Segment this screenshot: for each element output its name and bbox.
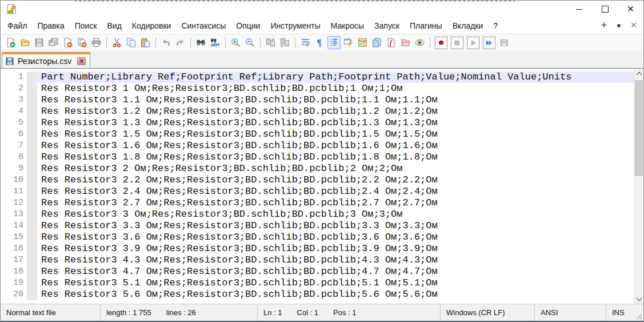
menu-item-view[interactable]: Вид: [102, 19, 127, 33]
macro-run-multiple-icon[interactable]: [483, 37, 495, 49]
bookmark-margin[interactable]: [27, 83, 37, 94]
bookmark-margin[interactable]: [27, 140, 37, 152]
bookmark-margin[interactable]: [27, 243, 37, 255]
bookmark-margin[interactable]: [27, 232, 37, 243]
menu-item-tabs[interactable]: Вкладки: [447, 19, 489, 33]
paste-icon[interactable]: [139, 36, 152, 49]
line-text[interactable]: Res Resistor3 2.4 Ом;Res;Resistor3;BD.sc…: [37, 186, 634, 197]
bookmark-margin[interactable]: [27, 129, 37, 140]
line-text[interactable]: Res Resistor3 1.3 Ом;Res;Resistor3;BD.sc…: [37, 117, 634, 129]
scroll-down-icon[interactable]: [634, 294, 643, 304]
maximize-button[interactable]: [592, 1, 618, 18]
bookmark-margin[interactable]: [27, 277, 37, 289]
document-switcher-icon[interactable]: [370, 36, 383, 49]
word-wrap-icon[interactable]: [299, 36, 312, 49]
folder-as-workspace-icon[interactable]: [399, 36, 412, 49]
bookmark-margin[interactable]: [27, 94, 37, 106]
close-button[interactable]: [618, 1, 643, 18]
redo-icon[interactable]: [174, 36, 187, 49]
bookmark-margin[interactable]: [27, 163, 37, 174]
line-text[interactable]: Res Resistor3 2.7 Ом;Res;Resistor3;BD.sc…: [37, 197, 634, 209]
bookmark-margin[interactable]: [27, 117, 37, 129]
line-text[interactable]: Res Resistor3 3.6 Ом;Res;Resistor3;BD.sc…: [37, 232, 634, 243]
line-text[interactable]: Res Resistor3 1.2 Ом;Res;Resistor3;BD.sc…: [37, 106, 634, 117]
line-text[interactable]: Res Resistor3 4.7 Ом;Res;Resistor3;BD.sc…: [37, 266, 634, 277]
macro-stop-icon[interactable]: [451, 37, 463, 49]
vertical-scrollbar[interactable]: [634, 69, 643, 304]
menu-item-file[interactable]: Файл: [2, 19, 32, 33]
save-all-icon[interactable]: [47, 36, 60, 49]
bookmark-margin[interactable]: [27, 174, 37, 186]
bookmark-margin[interactable]: [27, 266, 37, 277]
scrollbar-thumb[interactable]: [635, 80, 643, 176]
bookmark-margin[interactable]: [27, 209, 37, 220]
bookmark-margin[interactable]: [27, 71, 37, 83]
show-all-characters-icon[interactable]: [313, 36, 326, 49]
line-number: 14: [1, 220, 23, 232]
tab-list-icon[interactable]: [611, 19, 626, 33]
sync-vertical-scroll-icon[interactable]: [264, 36, 277, 49]
line-text[interactable]: Res Resistor3 4.3 Ом;Res;Resistor3;BD.sc…: [37, 255, 634, 266]
macro-play-icon[interactable]: [467, 37, 479, 49]
menu-item-encoding[interactable]: Кодировки: [127, 19, 177, 33]
menu-item-help[interactable]: ?: [488, 19, 503, 33]
document-map-icon[interactable]: [356, 36, 369, 49]
menu-item-tools[interactable]: Инструменты: [265, 19, 325, 33]
menu-item-plugins[interactable]: Плагины: [405, 19, 447, 33]
sync-horizontal-scroll-icon[interactable]: [278, 36, 291, 49]
line-number: 9: [1, 163, 23, 174]
minimize-button[interactable]: [566, 1, 592, 18]
line-text[interactable]: Res Resistor3 5.6 Ом;Res;Resistor3;BD.sc…: [37, 289, 634, 300]
replace-icon[interactable]: [209, 36, 222, 49]
scroll-up-icon[interactable]: [634, 69, 643, 78]
function-completion-icon[interactable]: [342, 36, 355, 49]
macro-record-icon[interactable]: [435, 37, 447, 49]
menu-item-run[interactable]: Запуск: [369, 19, 405, 33]
close-all-icon[interactable]: [75, 36, 89, 49]
monitoring-icon[interactable]: [413, 36, 426, 49]
line-text[interactable]: Res Resistor3 2 Ом;Res;Resistor3;BD.schl…: [37, 163, 634, 174]
line-text[interactable]: Res Resistor3 1.1 Ом;Res;Resistor3;BD.sc…: [37, 94, 634, 106]
line-text[interactable]: Res Resistor3 1 Ом;Res;Resistor3;BD.schl…: [37, 83, 634, 94]
line-text[interactable]: Res Resistor3 1.6 Ом;Res;Resistor3;BD.sc…: [37, 140, 634, 152]
macro-save-icon[interactable]: [498, 36, 511, 49]
open-file-icon[interactable]: [18, 36, 31, 49]
cut-icon[interactable]: [110, 36, 123, 49]
bookmark-margin[interactable]: [27, 255, 37, 266]
function-list-icon[interactable]: [385, 36, 398, 49]
close-tab-icon[interactable]: [626, 19, 641, 33]
copy-icon[interactable]: [125, 36, 138, 49]
save-file-icon[interactable]: [33, 36, 46, 49]
print-icon[interactable]: [90, 36, 103, 49]
menu-item-macro[interactable]: Макросы: [326, 19, 369, 33]
line-text[interactable]: Res Resistor3 3 Ом;Res;Resistor3;BD.schl…: [37, 209, 634, 220]
menu-item-settings[interactable]: Опции: [231, 19, 265, 33]
zoom-in-icon[interactable]: [229, 36, 242, 49]
line-text[interactable]: Res Resistor3 3.3 Ом;Res;Resistor3;BD.sc…: [37, 220, 634, 232]
tab-resistors-csv[interactable]: Резисторы.csv ×: [2, 52, 90, 68]
find-icon[interactable]: [194, 36, 207, 49]
text-area[interactable]: 1Part Number;Library Ref;Footprint Ref;L…: [1, 69, 634, 304]
zoom-out-icon[interactable]: [243, 36, 257, 49]
menu-item-search[interactable]: Поиск: [70, 19, 102, 33]
menu-item-edit[interactable]: Правка: [32, 19, 69, 33]
bookmark-margin[interactable]: [27, 152, 37, 163]
menu-item-language[interactable]: Синтаксисы: [176, 19, 231, 33]
tab-close-icon[interactable]: ×: [77, 57, 86, 65]
line-text[interactable]: Res Resistor3 1.5 Ом;Res;Resistor3;BD.sc…: [37, 129, 634, 140]
close-file-icon[interactable]: [61, 36, 74, 49]
line-text[interactable]: Res Resistor3 3.9 Ом;Res;Resistor3;BD.sc…: [37, 243, 634, 255]
bookmark-margin[interactable]: [27, 106, 37, 117]
new-tab-icon[interactable]: [597, 19, 611, 33]
bookmark-margin[interactable]: [27, 197, 37, 209]
line-text[interactable]: Part Number;Library Ref;Footprint Ref;Li…: [37, 71, 634, 83]
line-text[interactable]: Res Resistor3 1.8 Ом;Res;Resistor3;BD.sc…: [37, 152, 634, 163]
undo-icon[interactable]: [159, 36, 173, 49]
line-text[interactable]: Res Resistor3 5.1 Ом;Res;Resistor3;BD.sc…: [37, 277, 634, 289]
line-text[interactable]: Res Resistor3 2.2 Ом;Res;Resistor3;BD.sc…: [37, 174, 634, 186]
bookmark-margin[interactable]: [27, 220, 37, 232]
show-indent-guide-icon[interactable]: [327, 36, 341, 49]
new-file-icon[interactable]: [4, 36, 17, 49]
bookmark-margin[interactable]: [27, 289, 37, 300]
bookmark-margin[interactable]: [27, 186, 37, 197]
